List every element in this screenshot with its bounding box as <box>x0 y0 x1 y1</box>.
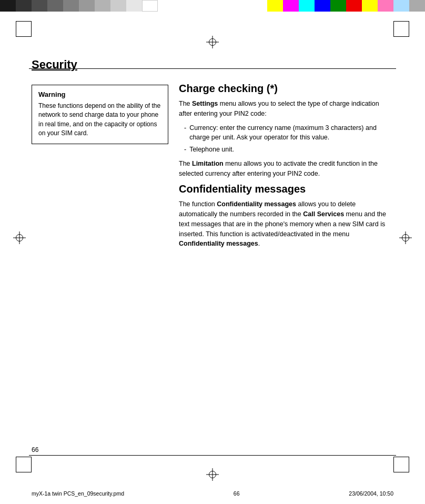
warning-text: These functions depend on the ability of… <box>38 102 161 138</box>
color-swatch <box>126 0 142 12</box>
bullet-text-telephone: Telephone unit. <box>189 145 234 155</box>
color-swatch <box>393 0 409 12</box>
color-swatch <box>409 0 425 12</box>
charge-bullet-list: - Currency: enter the currency name (max… <box>184 123 393 155</box>
charge-checking-intro: The Settings menu allows you to select t… <box>179 99 393 119</box>
registration-mark <box>393 457 409 472</box>
color-swatch <box>330 0 346 12</box>
warning-box: Warning These functions depend on the ab… <box>32 85 168 144</box>
crosshair-right <box>399 231 412 244</box>
footer-right: 23/06/2004, 10:50 <box>349 490 393 497</box>
confidentiality-text: The function Confidentiality messages al… <box>179 199 393 249</box>
footer-left: myX-1a twin PCS_en_09security.pmd <box>32 490 124 497</box>
color-gap <box>158 0 267 12</box>
color-swatch <box>378 0 393 12</box>
bullet-dash: - <box>184 123 186 143</box>
registration-mark <box>16 457 32 472</box>
color-swatch <box>47 0 63 12</box>
color-swatch <box>95 0 110 12</box>
warning-title: Warning <box>38 90 161 98</box>
crosshair-bottom <box>206 468 219 481</box>
bullet-text-currency: Currency: enter the currency name (maxim… <box>189 123 393 143</box>
confidentiality-section: Confidentiality messages The function Co… <box>179 183 393 249</box>
color-swatch <box>267 0 283 12</box>
color-swatch <box>315 0 330 12</box>
page-title: Security <box>32 58 393 72</box>
page-number: 66 <box>32 446 38 453</box>
footer: myX-1a twin PCS_en_09security.pmd 66 23/… <box>32 490 393 497</box>
color-swatch <box>16 0 32 12</box>
bullet-item-telephone: - Telephone unit. <box>184 145 393 155</box>
color-swatch <box>142 0 158 12</box>
bullet-dash: - <box>184 145 186 155</box>
confidentiality-heading: Confidentiality messages <box>179 183 393 195</box>
charge-checking-section: Charge checking (*) The Settings menu al… <box>179 82 393 178</box>
color-swatch <box>346 0 362 12</box>
registration-mark <box>16 21 32 37</box>
main-content: Security Warning These functions depend … <box>32 58 393 451</box>
color-bar <box>0 0 425 12</box>
registration-mark <box>393 21 409 37</box>
color-swatch <box>0 0 16 12</box>
color-swatch <box>63 0 79 12</box>
color-swatch <box>299 0 315 12</box>
color-swatch <box>110 0 126 12</box>
footer-center: 66 <box>234 490 240 497</box>
crosshair-top <box>206 36 219 48</box>
crosshair-left <box>13 231 26 244</box>
right-column: Charge checking (*) The Settings menu al… <box>179 82 393 253</box>
color-swatch <box>79 0 95 12</box>
color-swatch <box>283 0 299 12</box>
color-swatch <box>32 0 47 12</box>
charge-checking-heading: Charge checking (*) <box>179 82 393 95</box>
left-column: Warning These functions depend on the ab… <box>32 82 168 144</box>
bottom-rule <box>29 455 396 456</box>
bullet-item-currency: - Currency: enter the currency name (max… <box>184 123 393 143</box>
charge-limitation-text: The Limitation menu allows you to activa… <box>179 159 393 179</box>
two-column-layout: Warning These functions depend on the ab… <box>32 82 393 253</box>
color-swatch <box>362 0 378 12</box>
